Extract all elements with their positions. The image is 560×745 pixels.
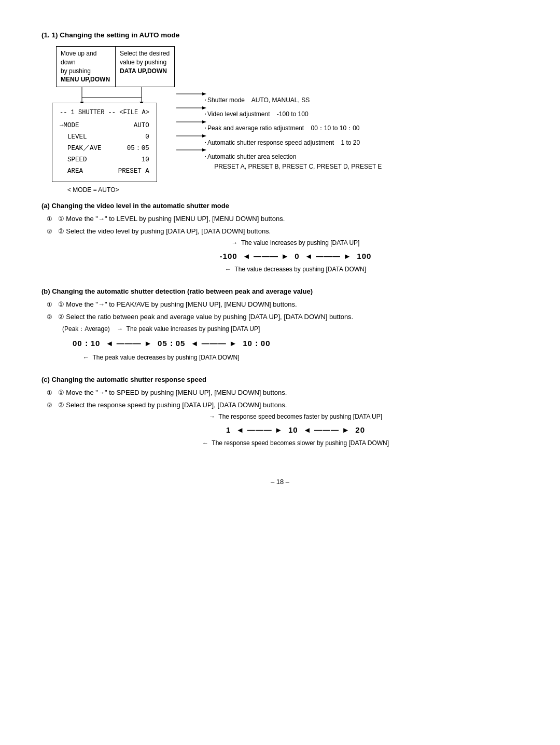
section-c-title: (c) Changing the automatic shutter respo… — [41, 376, 519, 383]
connector-svg — [52, 87, 176, 103]
section-b: (b) Changing the automatic shutter detec… — [41, 287, 519, 361]
screen-row-1: LEVEL 0 — [60, 132, 149, 143]
section-b-note-below: ← The peak value decreases by pushing [D… — [83, 354, 519, 361]
section-a: (a) Changing the video level in the auto… — [41, 202, 519, 273]
left-diagram: Move up and down by pushing MENU UP,DOWN… — [52, 46, 176, 194]
section-a-steps: ① Move the "→" to LEVEL by pushing [MENU… — [47, 214, 519, 237]
right-annotations-area: Shutter mode AUTO, MANUAL, SS Video leve… — [187, 46, 382, 176]
section-c-range: 1 ◄ ——— ► 10 ◄ ——— ► 20 — [73, 425, 519, 434]
section-a-step2: ② Select the video level by pushing [DAT… — [47, 226, 519, 237]
section-b-peak-avg-label: (Peak：Average) → The peak value increase… — [62, 325, 519, 334]
screen-row-2: PEAK／AVE 05：05 — [60, 143, 149, 155]
section-title: (1. 1) Changing the setting in AUTO mode — [41, 31, 519, 39]
callout-boxes-row: Move up and down by pushing MENU UP,DOWN… — [56, 46, 175, 87]
screen-row-4: AREA PRESET A — [60, 166, 149, 177]
section-c-note-below: ← The response speed becomes slower by p… — [73, 439, 519, 447]
note-speed: Automatic shutter response speed adjustm… — [202, 138, 382, 148]
svg-marker-10 — [202, 106, 206, 109]
title-text: (1. 1) Changing the setting in AUTO mode — [41, 31, 179, 39]
svg-marker-12 — [202, 120, 206, 123]
section-b-step2: ② Select the ratio between peak and aver… — [47, 312, 519, 322]
page-number: – 18 – — [41, 478, 519, 486]
mode-caption: < MODE = AUTO> — [67, 186, 119, 194]
section-c-note-above: → The response speed becomes faster by p… — [73, 413, 519, 420]
note-area: Automatic shutter area selection PRESET … — [202, 152, 382, 172]
svg-marker-14 — [202, 134, 206, 137]
screen-row-0: →MODE AUTO — [60, 120, 149, 132]
section-b-range: 00：10 ◄ ——— ► 05：05 ◄ ——— ► 10：00 — [73, 339, 519, 349]
section-a-note-below: ← The value decreases by pushing [DATA D… — [73, 266, 519, 273]
right-annotations: Shutter mode AUTO, MANUAL, SS Video leve… — [202, 90, 382, 172]
section-c-range-block: → The response speed becomes faster by p… — [73, 413, 519, 447]
svg-marker-16 — [202, 148, 206, 151]
callout-box-data: Select the desired value by pushing DATA… — [115, 46, 175, 87]
menu-screen: -- 1 SHUTTER -- <FILE A> →MODE AUTO LEVE… — [52, 103, 157, 182]
section-a-step1: ① Move the "→" to LEVEL by pushing [MENU… — [47, 214, 519, 224]
section-c: (c) Changing the automatic shutter respo… — [41, 376, 519, 447]
section-c-steps: ① Move the "→" to SPEED by pushing [MENU… — [47, 388, 519, 410]
section-b-steps: ① Move the "→" to PEAK/AVE by pushing [M… — [47, 299, 519, 322]
screen-header: -- 1 SHUTTER -- <FILE A> — [60, 107, 149, 118]
screen-row-3: SPEED 10 — [60, 155, 149, 166]
section-b-step1: ① Move the "→" to PEAK/AVE by pushing [M… — [47, 299, 519, 310]
callout-box-menu: Move up and down by pushing MENU UP,DOWN — [56, 46, 116, 87]
note-video-level: Video level adjustment -100 to 100 — [202, 109, 382, 119]
section-b-title: (b) Changing the automatic shutter detec… — [41, 287, 519, 295]
diagram-area: Move up and down by pushing MENU UP,DOWN… — [52, 46, 519, 194]
section-a-range-block: → The value increases by pushing [DATA U… — [73, 239, 519, 273]
section-a-note-above: → The value increases by pushing [DATA U… — [73, 239, 519, 246]
section-a-title: (a) Changing the video level in the auto… — [41, 202, 519, 210]
section-c-step2: ② Select the response speed by pushing [… — [47, 400, 519, 410]
section-c-step1: ① Move the "→" to SPEED by pushing [MENU… — [47, 388, 519, 398]
note-peak-avg: Peak and average ratio adjustment 00：10 … — [202, 123, 382, 133]
section-b-range-block: (Peak：Average) → The peak value increase… — [62, 325, 519, 361]
note-shutter-mode: Shutter mode AUTO, MANUAL, SS — [202, 95, 382, 105]
section-a-range: -100 ◄ ——— ► 0 ◄ ——— ► 100 — [73, 252, 519, 260]
